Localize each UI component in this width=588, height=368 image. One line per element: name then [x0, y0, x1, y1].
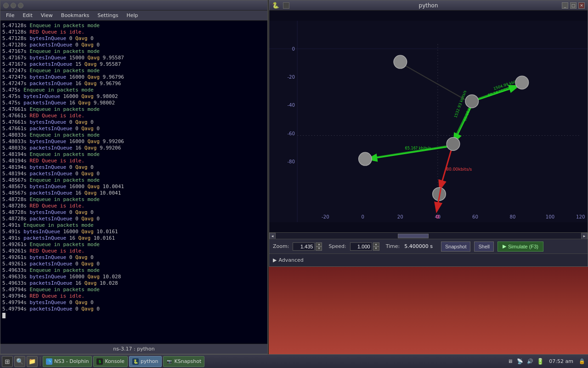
taskbar-konsole[interactable]: $ Konsole	[93, 356, 128, 367]
taskbar-konsole-label: Konsole	[105, 358, 124, 364]
scroll-track[interactable]	[276, 234, 581, 238]
win-min-btn[interactable]	[11, 3, 16, 8]
taskbar-python-icon: 🐍	[132, 358, 139, 365]
advanced-label-text: Advanced	[278, 257, 303, 263]
scroll-right-btn[interactable]: ▸	[581, 233, 588, 239]
taskbar-python[interactable]: 🐍 python	[129, 356, 161, 367]
scroll-left-btn[interactable]: ◂	[269, 233, 276, 239]
simulate-play-icon: ▶	[503, 243, 506, 249]
taskbar-ns3-dolphin[interactable]: 🐬 NS3 - Dolphin	[43, 356, 92, 367]
python-win-controls: _ □ ✕	[562, 2, 585, 9]
scroll-thumb[interactable]	[398, 234, 429, 238]
taskbar-ksnapshot-label: KSnapshot	[175, 358, 202, 364]
simulate-label: Simulate (F3)	[508, 244, 538, 249]
terminal-statusbar: ns-3.17 : python	[0, 344, 267, 354]
zoom-input-group: ▴ ▾	[293, 242, 322, 251]
network-svg: 0 -20 -40 -60 -80 -20 0 20 40 60 80 100 …	[269, 11, 588, 232]
menu-bookmarks[interactable]: Bookmarks	[57, 12, 93, 19]
svg-point-33	[394, 55, 407, 69]
svg-text:-60: -60	[287, 131, 295, 136]
time-label: Time:	[386, 243, 400, 249]
svg-text:20: 20	[397, 214, 403, 219]
speed-input[interactable]	[350, 242, 372, 251]
svg-point-37	[359, 152, 372, 166]
taskbar-ns3-label: NS3 - Dolphin	[54, 358, 89, 364]
systray-clock: 07:52 am	[546, 358, 576, 364]
dolphin-icon: 🐬	[46, 358, 52, 365]
svg-text:0: 0	[292, 46, 295, 52]
python-advanced: ▶ Advanced	[269, 253, 588, 266]
svg-point-34	[465, 95, 479, 108]
py-close-btn[interactable]: ✕	[578, 2, 585, 9]
svg-text:-40: -40	[287, 103, 295, 108]
speed-label: Speed:	[328, 243, 346, 249]
taskbar-search-icon[interactable]: 🔍	[14, 356, 25, 367]
bottom-bg	[269, 267, 588, 354]
terminal-menubar: File Edit View Bookmarks Settings Help	[0, 11, 267, 21]
terminal-window: File Edit View Bookmarks Settings Help 5…	[0, 0, 268, 354]
advanced-toggle[interactable]: ▶ Advanced	[273, 257, 304, 263]
svg-rect-0	[269, 21, 588, 222]
systray-network-icon[interactable]: 📡	[516, 357, 524, 366]
ksnapshot-icon: 📷	[166, 358, 173, 365]
terminal-status-text: ns-3.17 : python	[113, 346, 154, 352]
zoom-input[interactable]	[293, 242, 315, 251]
win-max-btn[interactable]	[18, 3, 23, 8]
zoom-down-btn[interactable]: ▾	[316, 247, 322, 251]
time-value: 5.400000 s	[404, 243, 433, 249]
taskbar-sep1	[40, 357, 40, 366]
simulate-button[interactable]: ▶ Simulate (F3)	[498, 242, 543, 252]
shell-button[interactable]: Shell	[474, 242, 493, 252]
svg-text:-20: -20	[322, 214, 329, 219]
systray-volume-icon[interactable]: 🔊	[526, 357, 534, 366]
svg-text:-20: -20	[287, 75, 295, 80]
svg-text:60: 60	[472, 214, 478, 219]
taskbar-python-label: python	[141, 358, 158, 364]
python-window: 🐍 python _ □ ✕ 0 -20 -40 -60 -80 -20 0 2	[269, 0, 588, 267]
svg-text:0: 0	[436, 214, 440, 220]
advanced-arrow-icon: ▶	[273, 257, 277, 263]
python-title: python	[419, 2, 438, 9]
zoom-spinner[interactable]: ▴ ▾	[316, 242, 322, 251]
py-winbtn1[interactable]	[283, 2, 289, 9]
py-maximize-btn[interactable]: □	[570, 2, 577, 9]
python-icon: 🐍	[272, 2, 279, 9]
svg-text:65.16? kbits/s: 65.16? kbits/s	[405, 146, 431, 150]
snapshot-button[interactable]: Snapshot	[441, 242, 470, 252]
svg-point-36	[447, 138, 460, 151]
svg-text:0: 0	[362, 214, 364, 219]
speed-input-group: ▴ ▾	[350, 242, 379, 251]
speed-spinner[interactable]: ▴ ▾	[373, 242, 379, 251]
svg-text:-80: -80	[287, 159, 295, 164]
menu-view[interactable]: View	[37, 12, 57, 19]
systray-monitor-icon[interactable]: 🖥	[506, 357, 514, 366]
terminal-titlebar	[0, 0, 267, 11]
systray-battery-icon[interactable]: 🔋	[536, 357, 544, 366]
menu-settings[interactable]: Settings	[94, 12, 122, 19]
terminal-content[interactable]: 5.47128s Enqueue in packets mode5.47128s…	[0, 21, 267, 344]
menu-edit[interactable]: Edit	[19, 12, 36, 19]
konsole-icon: $	[96, 358, 103, 365]
taskbar-files-icon[interactable]: 📁	[27, 356, 38, 367]
svg-point-35	[515, 76, 529, 89]
viz-area[interactable]: 0 -20 -40 -60 -80 -20 0 20 40 60 80 100 …	[269, 11, 588, 232]
taskbar: ⊞ 🔍 📁 🐬 NS3 - Dolphin $ Konsole 🐍 python…	[0, 354, 588, 368]
speed-down-btn[interactable]: ▾	[373, 247, 379, 251]
py-minimize-btn[interactable]: _	[562, 2, 568, 9]
menu-file[interactable]: File	[2, 12, 18, 19]
menu-help[interactable]: Help	[123, 12, 141, 19]
win-close-btn[interactable]	[3, 3, 9, 8]
svg-text:100: 100	[546, 214, 554, 219]
python-titlebar: 🐍 python _ □ ✕	[269, 0, 588, 11]
zoom-label: Zoom:	[273, 243, 289, 249]
svg-text:80: 80	[509, 214, 515, 219]
systray-lock-icon[interactable]: 🔒	[578, 357, 586, 366]
taskbar-start-icon[interactable]: ⊞	[2, 356, 13, 367]
zoom-up-btn[interactable]: ▴	[316, 242, 322, 247]
taskbar-ksnapshot[interactable]: 📷 KSnapshot	[163, 356, 205, 367]
python-controls: Zoom: ▴ ▾ Speed: ▴ ▾ Time: 5.400000 s Sn…	[269, 239, 588, 253]
svg-text:120: 120	[576, 214, 585, 219]
viz-scrollbar[interactable]: ◂ ▸	[269, 232, 588, 239]
svg-text:80.00kbits/s: 80.00kbits/s	[446, 167, 472, 172]
speed-up-btn[interactable]: ▴	[373, 242, 379, 247]
